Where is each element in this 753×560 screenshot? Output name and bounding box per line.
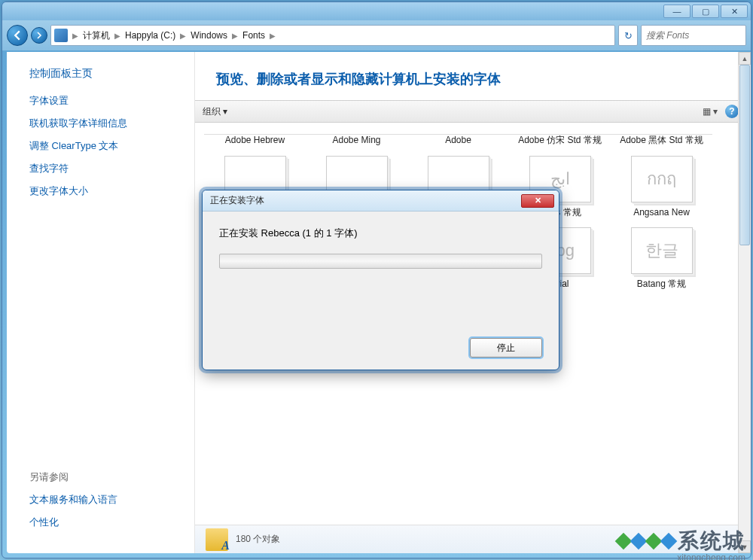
see-also-text-services[interactable]: 文本服务和输入语言	[29, 493, 194, 507]
font-item[interactable]: Adobe Ming	[306, 130, 407, 147]
search-input[interactable]	[646, 30, 741, 41]
see-also-personalization[interactable]: 个性化	[29, 516, 194, 529]
help-icon[interactable]: ?	[725, 105, 739, 118]
font-item[interactable]: Adobe Hebrew	[204, 130, 306, 147]
font-item[interactable]: Adobe	[407, 130, 509, 147]
minimize-button[interactable]: —	[663, 5, 691, 18]
view-icon[interactable]: ▦ ▾	[703, 106, 718, 117]
dialog-title: 正在安装字体	[210, 194, 264, 207]
breadcrumb-windows[interactable]: Windows	[187, 30, 230, 41]
chevron-right-icon: ▶	[268, 32, 277, 40]
dialog-message: 正在安装 Rebecca (1 的 1 字体)	[219, 227, 542, 240]
dialog-body: 正在安装 Rebecca (1 的 1 字体)	[203, 212, 559, 284]
progress-bar	[219, 254, 542, 269]
stop-button[interactable]: 停止	[470, 338, 542, 358]
search-box[interactable]	[641, 25, 746, 46]
organize-button[interactable]: 组织 ▾	[203, 105, 227, 118]
watermark: 系统城 xitongcheng.com	[617, 527, 745, 555]
font-item[interactable]: 한글Batang 常规	[611, 227, 712, 291]
scroll-up-button[interactable]: ▲	[739, 52, 751, 65]
sidebar-link-online-info[interactable]: 联机获取字体详细信息	[29, 117, 194, 130]
breadcrumb-drive[interactable]: Happyla (C:)	[122, 30, 178, 41]
forward-button[interactable]	[31, 27, 47, 44]
font-item[interactable]: กกฤAngsana New	[611, 156, 712, 219]
see-also-title: 另请参阅	[29, 470, 194, 484]
toolbar: 组织 ▾ ▦ ▾ ?	[195, 100, 746, 123]
maximize-button[interactable]: ▢	[692, 5, 719, 18]
status-text: 180 个对象	[236, 533, 280, 546]
back-button[interactable]	[7, 25, 28, 46]
sidebar-link-font-size[interactable]: 更改字体大小	[29, 184, 194, 198]
vertical-scrollbar[interactable]: ▲ ▼	[738, 52, 751, 553]
breadcrumb[interactable]: ▶ 计算机 ▶ Happyla (C:) ▶ Windows ▶ Fonts ▶	[50, 25, 615, 46]
chevron-right-icon: ▶	[230, 32, 239, 40]
close-button[interactable]: ✕	[721, 5, 748, 18]
diamond-icon	[660, 533, 678, 550]
sidebar-link-find-char[interactable]: 查找字符	[29, 162, 194, 175]
font-item[interactable]: Adobe 黑体 Std 常规	[611, 130, 712, 147]
titlebar: — ▢ ✕	[2, 2, 751, 20]
toolbar-right: ▦ ▾ ?	[703, 105, 739, 118]
font-item[interactable]: Adobe 仿宋 Std 常规	[509, 130, 611, 147]
dialog-close-button[interactable]: ✕	[521, 194, 554, 208]
chevron-right-icon: ▶	[71, 32, 80, 40]
dialog-footer: 停止	[470, 338, 542, 358]
watermark-url: xitongcheng.com	[677, 552, 745, 560]
font-folder-icon	[206, 528, 228, 551]
page-title: 预览、删除或者显示和隐藏计算机上安装的字体	[195, 52, 746, 100]
breadcrumb-computer[interactable]: 计算机	[80, 29, 113, 42]
navbar: ▶ 计算机 ▶ Happyla (C:) ▶ Windows ▶ Fonts ▶…	[2, 20, 751, 50]
sidebar: 控制面板主页 字体设置 联机获取字体详细信息 调整 ClearType 文本 查…	[7, 52, 195, 553]
refresh-button[interactable]: ↻	[618, 25, 638, 46]
scroll-thumb[interactable]	[739, 65, 750, 245]
sidebar-link-font-settings[interactable]: 字体设置	[29, 94, 194, 108]
chevron-right-icon: ▶	[113, 32, 122, 40]
dialog-titlebar[interactable]: 正在安装字体 ✕	[203, 190, 559, 212]
chevron-right-icon: ▶	[178, 32, 187, 40]
scroll-track[interactable]	[739, 65, 751, 540]
font-folder-icon	[54, 29, 68, 42]
watermark-text: 系统城	[678, 527, 745, 555]
breadcrumb-fonts[interactable]: Fonts	[239, 30, 268, 41]
sidebar-link-cleartype[interactable]: 调整 ClearType 文本	[29, 139, 194, 153]
install-font-dialog: 正在安装字体 ✕ 正在安装 Rebecca (1 的 1 字体) 停止	[202, 190, 559, 370]
sidebar-title: 控制面板主页	[29, 67, 194, 81]
